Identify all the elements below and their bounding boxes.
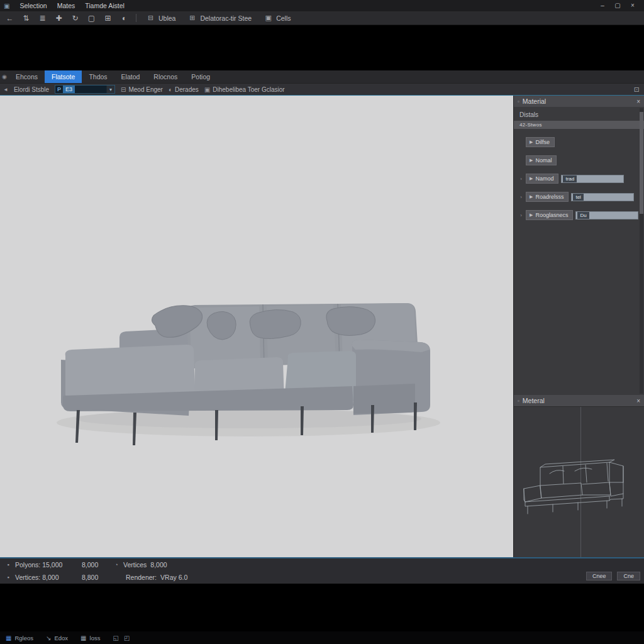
arrow-right-icon: ▶ bbox=[530, 213, 533, 218]
panel-scrollbar[interactable] bbox=[640, 108, 643, 394]
tab-1[interactable]: Ehcons bbox=[9, 70, 45, 83]
roughness-b-button[interactable]: ▶ Rooglasnecs bbox=[526, 210, 573, 220]
material-close-icon[interactable]: × bbox=[636, 98, 640, 105]
top-black-strip bbox=[0, 25, 644, 70]
selection-combo[interactable]: P E3 ▾ bbox=[55, 85, 115, 94]
titlebar: ▣ Selection Mates Tiamde Aistel – ▢ × bbox=[0, 0, 644, 11]
chevron-down-icon[interactable]: ▾ bbox=[106, 86, 114, 93]
tab-5[interactable]: Rlocnos bbox=[147, 70, 184, 83]
axis-icon[interactable]: ⇅ bbox=[21, 14, 31, 23]
toolbar-separator bbox=[136, 14, 136, 22]
renderer-value: VRay 6.0 bbox=[160, 574, 187, 581]
status-mid-value-1: 8,000 bbox=[82, 561, 109, 569]
mode-edge-icon: ⊟ bbox=[121, 86, 126, 93]
subtoolbar-button-3[interactable]: ▣ Dihebelibea Toer Gclasior bbox=[204, 86, 285, 93]
roughness-a-value: tel bbox=[573, 194, 583, 201]
window-controls: – ▢ × bbox=[595, 0, 640, 11]
panel-square-icon: ▫ bbox=[518, 398, 519, 404]
minimize-icon[interactable]: – bbox=[595, 0, 610, 11]
toolbar-button-3[interactable]: ▣ Cells bbox=[261, 13, 293, 23]
tab-6[interactable]: Potiog bbox=[184, 70, 217, 83]
grid-icon[interactable]: ⊞ bbox=[103, 14, 113, 23]
material-panel-title: Material bbox=[523, 97, 546, 105]
material-row: › ▶ Nomal bbox=[519, 155, 644, 165]
material-row: › ▶ Roadrelsss tel bbox=[519, 192, 644, 202]
tab-2-active[interactable]: Flatsote bbox=[45, 70, 82, 83]
status-button-2[interactable]: Cne bbox=[617, 572, 640, 580]
sub-toolbar: ◄ Elordi Stsble P E3 ▾ ⊟ Meod Enger ◐ De… bbox=[0, 83, 644, 95]
tab-3[interactable]: Thdos bbox=[82, 70, 114, 83]
normal-label: Nomal bbox=[535, 157, 552, 164]
roughness-a-input[interactable]: tel bbox=[571, 193, 634, 201]
subtoolbar-button-2[interactable]: ◐ Derades bbox=[169, 86, 199, 93]
taskbar-item-2[interactable]: ↘ Edox bbox=[46, 635, 68, 641]
shade-icon[interactable]: ◐ bbox=[119, 14, 129, 23]
taskbar: ▦ Rgleos ↘ Edox ▦ loss ◱ ◰ bbox=[0, 631, 644, 644]
toolbar-button-1-label: Ublea bbox=[158, 14, 175, 22]
roughness-a-label: Roadrelsss bbox=[535, 194, 564, 200]
subtoolbar-button-2-label: Derades bbox=[175, 86, 199, 93]
menu-item-1[interactable]: Selection bbox=[19, 2, 47, 9]
panel-square-icon: ▫ bbox=[518, 99, 519, 104]
collapse-icon[interactable]: ◄ bbox=[3, 87, 8, 92]
subtoolbar-button-3-label: Dihebelibea Toer Gclasior bbox=[213, 86, 284, 93]
roughness-a-button[interactable]: ▶ Roadrelsss bbox=[526, 192, 569, 202]
subtoolbar-button-1[interactable]: ⊟ Meod Enger bbox=[121, 86, 163, 93]
menu-item-2[interactable]: Mates bbox=[57, 2, 75, 9]
material-panel-header: ▫ Material × bbox=[514, 96, 644, 107]
grid2-icon: ▦ bbox=[80, 635, 86, 641]
toolbar-button-1[interactable]: ⊟ Ublea bbox=[143, 13, 178, 23]
vertices-value-1: 8,000 bbox=[150, 561, 167, 569]
move-icon[interactable]: ✚ bbox=[54, 14, 64, 23]
panel-scrollbar-thumb[interactable] bbox=[640, 112, 643, 214]
combo-p-icon: P bbox=[57, 86, 61, 92]
tool-c-icon: ▣ bbox=[264, 14, 273, 22]
toolbar-button-2[interactable]: ⊞ Delatorac-tir Stee bbox=[185, 13, 254, 23]
maximize-icon[interactable]: ▢ bbox=[610, 0, 625, 11]
named-value: trad bbox=[563, 175, 577, 182]
wireframe-panel-header: ▫ Meteral × bbox=[514, 395, 644, 406]
box-icon[interactable]: ▢ bbox=[87, 14, 96, 23]
stat-icon: ▪ bbox=[5, 562, 11, 568]
vertices-value-2: 8,000 bbox=[42, 574, 58, 581]
named-button[interactable]: ▶ Namod bbox=[526, 174, 558, 184]
roughness-b-label: Rooglasnecs bbox=[535, 212, 568, 218]
material-row: › ▶ Rooglasnecs Du bbox=[519, 210, 644, 220]
vertices-label-1: Vertices bbox=[123, 561, 147, 569]
polygons-value: 15,000 bbox=[42, 561, 62, 569]
vertices-label-2: Vertices: bbox=[15, 574, 40, 581]
material-selected-item[interactable]: 42-Stwos bbox=[514, 121, 644, 129]
normal-button[interactable]: ▶ Nomal bbox=[526, 155, 557, 165]
roughness-b-input[interactable]: Du bbox=[575, 211, 638, 219]
rotate-icon[interactable]: ↻ bbox=[70, 14, 80, 23]
window-tile-icon-2[interactable]: ◰ bbox=[124, 635, 130, 641]
stat-icon: ▪ bbox=[5, 574, 11, 580]
snap-icon: ↘ bbox=[46, 635, 51, 641]
status-button-1[interactable]: Cnee bbox=[586, 572, 613, 580]
taskbar-item-1[interactable]: ▦ Rgleos bbox=[6, 635, 33, 641]
close-icon[interactable]: × bbox=[625, 0, 640, 11]
chevron-right-icon: › bbox=[519, 194, 523, 200]
menu-item-3[interactable]: Tiamde Aistel bbox=[85, 2, 125, 9]
back-icon[interactable]: ← bbox=[5, 14, 14, 23]
roughness-b-value: Du bbox=[577, 212, 589, 219]
diffuse-button[interactable]: ▶ Dilfse bbox=[526, 137, 555, 147]
arrow-right-icon: ▶ bbox=[530, 158, 533, 163]
wireframe-viewport[interactable] bbox=[514, 406, 644, 557]
tab-lead-icon: ◉ bbox=[0, 70, 9, 83]
wireframe-close-icon[interactable]: × bbox=[636, 397, 640, 404]
window-tile-icon-1[interactable]: ◱ bbox=[113, 635, 118, 641]
renderer-label: Rendener: bbox=[126, 574, 157, 581]
tool-a-icon: ⊟ bbox=[146, 14, 155, 22]
gear-icon[interactable]: ⊡ bbox=[634, 86, 641, 94]
derades-icon: ◐ bbox=[169, 86, 172, 93]
viewport-3d[interactable] bbox=[0, 96, 513, 557]
list-icon[interactable]: ≣ bbox=[38, 14, 47, 23]
status-row-2: ▪ Vertices: 8,000 8,800 Rendener: VRay 6… bbox=[0, 571, 644, 584]
taskbar-item-1-label: Rgleos bbox=[14, 635, 33, 641]
tab-4[interactable]: Elatod bbox=[114, 70, 147, 83]
taskbar-item-3[interactable]: ▦ loss bbox=[80, 635, 100, 641]
named-input[interactable]: trad bbox=[561, 175, 624, 183]
sofa-model bbox=[0, 96, 513, 558]
taskbar-item-2-label: Edox bbox=[54, 635, 68, 641]
